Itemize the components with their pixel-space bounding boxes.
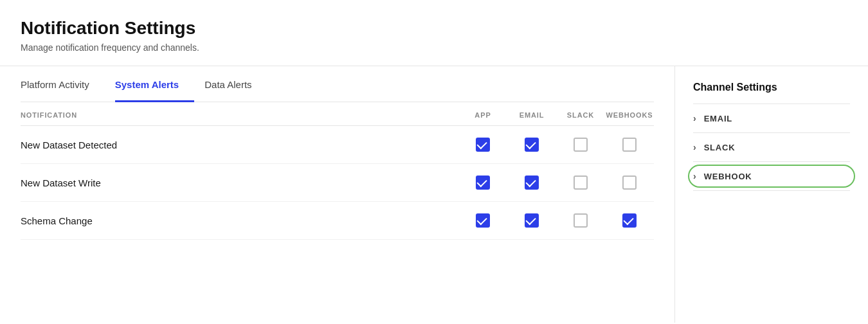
- page-header: Notification Settings Manage notificatio…: [0, 0, 868, 66]
- checkbox-slack-row1[interactable]: [574, 176, 588, 190]
- tabs-container: Platform Activity System Alerts Data Ale…: [21, 66, 654, 102]
- chevron-right-icon: ›: [693, 171, 696, 181]
- tab-data-alerts[interactable]: Data Alerts: [204, 66, 267, 102]
- main-panel: Platform Activity System Alerts Data Ale…: [0, 66, 675, 323]
- row-checkboxes: [458, 176, 654, 190]
- checkbox-cell-slack: [556, 176, 605, 190]
- channel-label-email: EMAIL: [704, 114, 732, 123]
- content-area: Platform Activity System Alerts Data Ale…: [0, 66, 868, 323]
- channel-item-slack[interactable]: ›SLACK: [693, 133, 850, 162]
- channel-item-webhook[interactable]: ›WEBHOOK: [693, 162, 850, 191]
- row-checkboxes: [458, 138, 654, 152]
- checkbox-webhooks-row1[interactable]: [622, 176, 637, 190]
- row-name: New Dataset Detected: [21, 140, 458, 150]
- col-header-notification: NOTIFICATION: [21, 111, 458, 119]
- table-body: New Dataset DetectedNew Dataset WriteSch…: [21, 126, 654, 240]
- chevron-right-icon: ›: [693, 142, 696, 152]
- checkbox-webhooks-row2[interactable]: [622, 213, 637, 228]
- channel-settings-title: Channel Settings: [693, 79, 850, 93]
- checkbox-app-row2[interactable]: [476, 213, 490, 228]
- col-header-app: APP: [458, 111, 507, 119]
- checkbox-slack-row2[interactable]: [574, 213, 588, 228]
- page-subtitle: Manage notification frequency and channe…: [21, 42, 847, 53]
- col-headers-channels: APP EMAIL SLACK WEBHOOKS: [458, 111, 654, 119]
- page-title: Notification Settings: [21, 18, 847, 39]
- checkbox-app-row1[interactable]: [476, 176, 490, 190]
- chevron-right-icon: ›: [693, 113, 696, 123]
- checkbox-cell-slack: [556, 213, 605, 228]
- checkbox-cell-webhooks: [605, 176, 654, 190]
- table-row: New Dataset Write: [21, 164, 654, 202]
- row-checkboxes: [458, 213, 654, 228]
- row-name: New Dataset Write: [21, 177, 458, 188]
- table-row: New Dataset Detected: [21, 126, 654, 164]
- checkbox-cell-webhooks: [605, 213, 654, 228]
- checkbox-email-row0[interactable]: [525, 138, 539, 152]
- checkbox-email-row1[interactable]: [525, 176, 539, 190]
- checkbox-cell-email: [507, 176, 556, 190]
- channels-list: ›EMAIL›SLACK›WEBHOOK: [693, 104, 850, 191]
- checkbox-app-row0[interactable]: [476, 138, 490, 152]
- table-header: NOTIFICATION APP EMAIL SLACK WEBHOOKS: [21, 102, 654, 126]
- channel-item-email[interactable]: ›EMAIL: [693, 104, 850, 133]
- channel-label-webhook: WEBHOOK: [704, 172, 752, 181]
- col-header-email: EMAIL: [507, 111, 556, 119]
- col-header-slack: SLACK: [556, 111, 605, 119]
- checkbox-webhooks-row0[interactable]: [622, 138, 637, 152]
- tab-system-alerts[interactable]: System Alerts: [115, 66, 195, 102]
- checkbox-cell-email: [507, 138, 556, 152]
- col-header-webhooks: WEBHOOKS: [605, 111, 654, 119]
- checkbox-slack-row0[interactable]: [574, 138, 588, 152]
- checkbox-cell-webhooks: [605, 138, 654, 152]
- checkbox-cell-slack: [556, 138, 605, 152]
- checkbox-cell-app: [458, 176, 507, 190]
- row-name: Schema Change: [21, 215, 458, 226]
- channel-label-slack: SLACK: [704, 143, 736, 152]
- tab-platform-activity[interactable]: Platform Activity: [21, 66, 105, 102]
- checkbox-cell-app: [458, 138, 507, 152]
- checkbox-cell-email: [507, 213, 556, 228]
- table-row: Schema Change: [21, 202, 654, 240]
- checkbox-email-row2[interactable]: [525, 213, 539, 228]
- checkbox-cell-app: [458, 213, 507, 228]
- channel-settings-panel: Channel Settings ›EMAIL›SLACK›WEBHOOK: [675, 66, 868, 323]
